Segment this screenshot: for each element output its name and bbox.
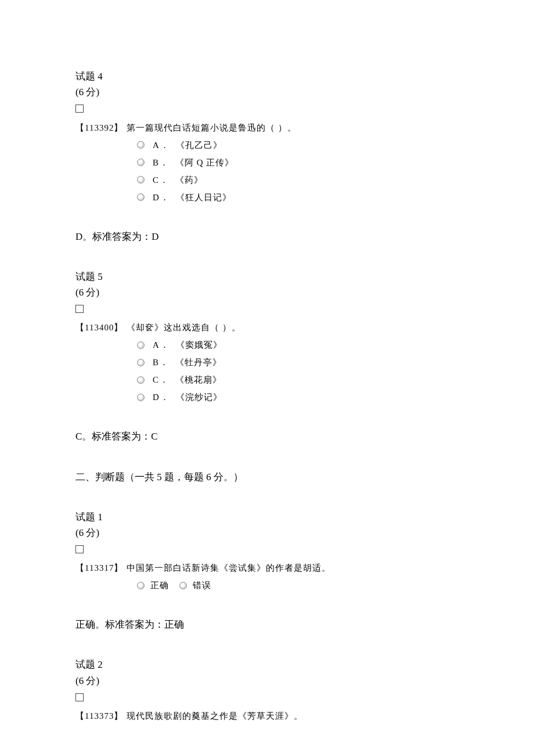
answer-line: 正确。标准答案为：正确 [75,617,459,632]
radio-icon[interactable] [137,376,145,384]
radio-icon[interactable] [179,582,187,589]
true-false-row: 正确 错误 [137,578,459,592]
question-label: 试题 4 [75,69,459,84]
question-label: 试题 1 [75,509,459,525]
question-id: 【113392】 [75,121,123,135]
option-text: 《牡丹亭》 [175,355,222,369]
option-text: 《孔乙己》 [176,138,222,152]
radio-icon[interactable] [137,193,145,201]
option-row: B． 《牡丹亭》 [137,355,459,369]
option-letter: A． [153,338,170,352]
question-checkbox[interactable] [75,305,84,313]
option-row: D． 《浣纱记》 [137,390,459,404]
option-text: 《桃花扇》 [175,373,222,387]
answer-line: D。标准答案为：D [75,229,459,244]
question-text: 第一篇现代白话短篇小说是鲁迅的（ ）。 [127,121,297,135]
radio-icon[interactable] [137,159,145,166]
option-row: A． 《孔乙己》 [137,138,459,152]
question-row: 【113317】 中国第一部白话新诗集《尝试集》的作者是胡适。 [75,561,459,575]
option-letter: B． [153,355,169,369]
option-row: D． 《狂人日记》 [137,190,459,204]
question-checkbox[interactable] [75,105,84,113]
question-label: 试题 5 [75,269,459,285]
true-label: 正确 [150,578,169,592]
option-letter: D． [153,190,170,204]
question-id: 【113373】 [75,709,123,723]
option-row: C． 《桃花扇》 [137,373,459,387]
radio-icon[interactable] [137,359,145,366]
question-score: (6 分) [75,525,459,541]
question-score: (6 分) [75,673,459,689]
option-text: 《阿 Q 正传》 [175,156,234,170]
question-id: 【113317】 [75,561,123,575]
option-letter: C． [153,173,169,187]
question-label: 试题 2 [75,657,459,672]
option-letter: D． [153,390,170,404]
section-title: 二、判断题（一共 5 题，每题 6 分。） [75,469,459,485]
option-text: 《狂人日记》 [176,190,232,204]
answer-line: C。标准答案为：C [75,429,459,444]
question-id: 【113400】 [75,321,123,334]
option-text: 《药》 [175,173,203,187]
option-letter: C． [153,373,169,387]
radio-icon[interactable] [137,341,145,349]
false-label: 错误 [193,578,211,592]
radio-icon[interactable] [137,394,145,401]
option-row: B． 《阿 Q 正传》 [137,156,459,170]
question-row: 【113373】 现代民族歌剧的奠基之作是《芳草天涯》。 [75,709,459,723]
question-text: 现代民族歌剧的奠基之作是《芳草天涯》。 [127,709,303,723]
radio-icon[interactable] [137,582,145,589]
question-row: 【113400】 《却奁》这出戏选自（ ）。 [75,321,459,334]
option-letter: B． [153,156,169,170]
question-text: 中国第一部白话新诗集《尝试集》的作者是胡适。 [127,561,331,575]
option-text: 《浣纱记》 [176,390,222,404]
question-checkbox[interactable] [75,693,84,701]
radio-icon[interactable] [137,176,145,183]
option-letter: A． [153,138,170,152]
question-score: (6 分) [75,285,459,300]
radio-icon[interactable] [137,141,145,149]
question-checkbox[interactable] [75,545,84,553]
page-content: 试题 4 (6 分) 【113392】 第一篇现代白话短篇小说是鲁迅的（ ）。 … [0,0,534,756]
question-row: 【113392】 第一篇现代白话短篇小说是鲁迅的（ ）。 [75,121,459,135]
option-row: A． 《窦娥冤》 [137,338,459,352]
option-row: C． 《药》 [137,173,459,187]
question-score: (6 分) [75,84,459,100]
option-text: 《窦娥冤》 [176,338,222,352]
question-text: 《却奁》这出戏选自（ ）。 [127,321,241,334]
